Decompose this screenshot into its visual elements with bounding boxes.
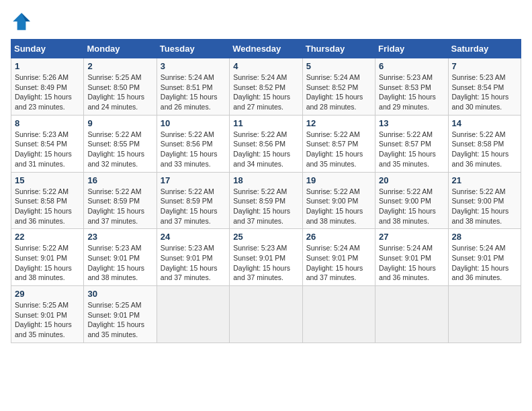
- calendar-cell: 2 Sunrise: 5:25 AM Sunset: 8:50 PM Dayli…: [84, 58, 157, 116]
- calendar-cell: 20 Sunrise: 5:22 AM Sunset: 9:00 PM Dayl…: [375, 172, 448, 229]
- day-detail: Sunrise: 5:24 AM Sunset: 9:01 PM Dayligh…: [306, 243, 371, 283]
- day-number: 4: [233, 61, 298, 71]
- day-number: 19: [306, 175, 371, 185]
- calendar-cell: 24 Sunrise: 5:23 AM Sunset: 9:01 PM Dayl…: [157, 229, 229, 286]
- day-detail: Sunrise: 5:22 AM Sunset: 8:55 PM Dayligh…: [87, 130, 152, 169]
- logo-icon: [11, 11, 32, 32]
- calendar-cell: [230, 286, 302, 343]
- day-number: 28: [452, 232, 517, 242]
- day-number: 9: [87, 118, 152, 128]
- day-number: 2: [87, 61, 152, 71]
- day-number: 30: [87, 289, 152, 299]
- day-detail: Sunrise: 5:24 AM Sunset: 8:52 PM Dayligh…: [233, 73, 298, 112]
- day-number: 1: [15, 61, 80, 71]
- day-number: 22: [15, 232, 80, 242]
- logo: [11, 11, 36, 32]
- calendar-cell: 7 Sunrise: 5:23 AM Sunset: 8:54 PM Dayli…: [448, 58, 521, 116]
- day-detail: Sunrise: 5:22 AM Sunset: 8:58 PM Dayligh…: [15, 187, 80, 226]
- day-number: 24: [161, 232, 226, 242]
- day-detail: Sunrise: 5:22 AM Sunset: 8:59 PM Dayligh…: [161, 187, 226, 226]
- day-detail: Sunrise: 5:23 AM Sunset: 9:01 PM Dayligh…: [161, 243, 226, 283]
- day-number: 15: [15, 175, 80, 185]
- day-detail: Sunrise: 5:22 AM Sunset: 9:00 PM Dayligh…: [306, 187, 371, 226]
- day-detail: Sunrise: 5:24 AM Sunset: 9:01 PM Dayligh…: [379, 243, 444, 283]
- day-detail: Sunrise: 5:23 AM Sunset: 9:01 PM Dayligh…: [87, 243, 152, 283]
- calendar-week-row: 1 Sunrise: 5:26 AM Sunset: 8:49 PM Dayli…: [11, 58, 521, 116]
- calendar-cell: 14 Sunrise: 5:22 AM Sunset: 8:58 PM Dayl…: [448, 115, 521, 172]
- calendar-table: SundayMondayTuesdayWednesdayThursdayFrid…: [11, 39, 521, 343]
- day-number: 7: [452, 61, 517, 71]
- weekday-header-tuesday: Tuesday: [157, 40, 229, 58]
- calendar-cell: 23 Sunrise: 5:23 AM Sunset: 9:01 PM Dayl…: [84, 229, 157, 286]
- calendar-cell: 11 Sunrise: 5:22 AM Sunset: 8:56 PM Dayl…: [230, 115, 302, 172]
- day-detail: Sunrise: 5:22 AM Sunset: 8:57 PM Dayligh…: [379, 130, 444, 169]
- day-number: 14: [452, 118, 517, 128]
- calendar-cell: 28 Sunrise: 5:24 AM Sunset: 9:01 PM Dayl…: [448, 229, 521, 286]
- calendar-cell: 27 Sunrise: 5:24 AM Sunset: 9:01 PM Dayl…: [375, 229, 448, 286]
- day-detail: Sunrise: 5:25 AM Sunset: 9:01 PM Dayligh…: [87, 300, 152, 340]
- calendar-cell: [448, 286, 521, 343]
- calendar-week-row: 8 Sunrise: 5:23 AM Sunset: 8:54 PM Dayli…: [11, 115, 521, 172]
- day-number: 23: [87, 232, 152, 242]
- day-number: 18: [233, 175, 298, 185]
- calendar-week-row: 29 Sunrise: 5:25 AM Sunset: 9:01 PM Dayl…: [11, 286, 521, 343]
- weekday-header-monday: Monday: [84, 40, 157, 58]
- weekday-header-sunday: Sunday: [11, 40, 84, 58]
- calendar-cell: 5 Sunrise: 5:24 AM Sunset: 8:52 PM Dayli…: [302, 58, 375, 116]
- day-number: 16: [87, 175, 152, 185]
- calendar-cell: 30 Sunrise: 5:25 AM Sunset: 9:01 PM Dayl…: [84, 286, 157, 343]
- calendar-cell: 12 Sunrise: 5:22 AM Sunset: 8:57 PM Dayl…: [302, 115, 375, 172]
- calendar-cell: 22 Sunrise: 5:22 AM Sunset: 9:01 PM Dayl…: [11, 229, 84, 286]
- calendar-cell: 10 Sunrise: 5:22 AM Sunset: 8:56 PM Dayl…: [157, 115, 229, 172]
- weekday-header-row: SundayMondayTuesdayWednesdayThursdayFrid…: [11, 40, 521, 58]
- day-number: 11: [233, 118, 298, 128]
- calendar-cell: 6 Sunrise: 5:23 AM Sunset: 8:53 PM Dayli…: [375, 58, 448, 116]
- day-detail: Sunrise: 5:25 AM Sunset: 8:50 PM Dayligh…: [87, 73, 152, 112]
- day-detail: Sunrise: 5:24 AM Sunset: 8:51 PM Dayligh…: [161, 73, 226, 112]
- calendar-cell: 9 Sunrise: 5:22 AM Sunset: 8:55 PM Dayli…: [84, 115, 157, 172]
- day-number: 12: [306, 118, 371, 128]
- day-detail: Sunrise: 5:22 AM Sunset: 8:59 PM Dayligh…: [233, 187, 298, 226]
- day-detail: Sunrise: 5:23 AM Sunset: 8:53 PM Dayligh…: [379, 73, 444, 112]
- day-number: 17: [161, 175, 226, 185]
- day-number: 6: [379, 61, 444, 71]
- day-detail: Sunrise: 5:22 AM Sunset: 8:57 PM Dayligh…: [306, 130, 371, 169]
- day-detail: Sunrise: 5:23 AM Sunset: 8:54 PM Dayligh…: [452, 73, 517, 112]
- day-number: 26: [306, 232, 371, 242]
- day-detail: Sunrise: 5:23 AM Sunset: 8:54 PM Dayligh…: [15, 130, 80, 169]
- day-detail: Sunrise: 5:24 AM Sunset: 9:01 PM Dayligh…: [452, 243, 517, 283]
- day-detail: Sunrise: 5:24 AM Sunset: 8:52 PM Dayligh…: [306, 73, 371, 112]
- calendar-cell: 26 Sunrise: 5:24 AM Sunset: 9:01 PM Dayl…: [302, 229, 375, 286]
- calendar-cell: 8 Sunrise: 5:23 AM Sunset: 8:54 PM Dayli…: [11, 115, 84, 172]
- calendar-cell: 18 Sunrise: 5:22 AM Sunset: 8:59 PM Dayl…: [230, 172, 302, 229]
- day-number: 27: [379, 232, 444, 242]
- day-number: 13: [379, 118, 444, 128]
- day-number: 10: [161, 118, 226, 128]
- day-number: 25: [233, 232, 298, 242]
- calendar-cell: 1 Sunrise: 5:26 AM Sunset: 8:49 PM Dayli…: [11, 58, 84, 116]
- day-number: 21: [452, 175, 517, 185]
- day-number: 5: [306, 61, 371, 71]
- calendar-cell: 16 Sunrise: 5:22 AM Sunset: 8:59 PM Dayl…: [84, 172, 157, 229]
- day-detail: Sunrise: 5:23 AM Sunset: 9:01 PM Dayligh…: [233, 243, 298, 283]
- day-number: 29: [15, 289, 80, 299]
- day-detail: Sunrise: 5:22 AM Sunset: 9:01 PM Dayligh…: [15, 243, 80, 283]
- calendar-cell: [302, 286, 375, 343]
- day-number: 20: [379, 175, 444, 185]
- calendar-cell: 19 Sunrise: 5:22 AM Sunset: 9:00 PM Dayl…: [302, 172, 375, 229]
- calendar-week-row: 15 Sunrise: 5:22 AM Sunset: 8:58 PM Dayl…: [11, 172, 521, 229]
- day-detail: Sunrise: 5:22 AM Sunset: 9:00 PM Dayligh…: [379, 187, 444, 226]
- calendar-cell: 29 Sunrise: 5:25 AM Sunset: 9:01 PM Dayl…: [11, 286, 84, 343]
- weekday-header-thursday: Thursday: [302, 40, 375, 58]
- calendar-cell: 13 Sunrise: 5:22 AM Sunset: 8:57 PM Dayl…: [375, 115, 448, 172]
- calendar-cell: 17 Sunrise: 5:22 AM Sunset: 8:59 PM Dayl…: [157, 172, 229, 229]
- header: [11, 11, 521, 32]
- day-detail: Sunrise: 5:26 AM Sunset: 8:49 PM Dayligh…: [15, 73, 80, 112]
- day-number: 3: [161, 61, 226, 71]
- day-detail: Sunrise: 5:25 AM Sunset: 9:01 PM Dayligh…: [15, 300, 80, 340]
- day-detail: Sunrise: 5:22 AM Sunset: 8:56 PM Dayligh…: [233, 130, 298, 169]
- weekday-header-saturday: Saturday: [448, 40, 521, 58]
- calendar-week-row: 22 Sunrise: 5:22 AM Sunset: 9:01 PM Dayl…: [11, 229, 521, 286]
- calendar-cell: 4 Sunrise: 5:24 AM Sunset: 8:52 PM Dayli…: [230, 58, 302, 116]
- weekday-header-friday: Friday: [375, 40, 448, 58]
